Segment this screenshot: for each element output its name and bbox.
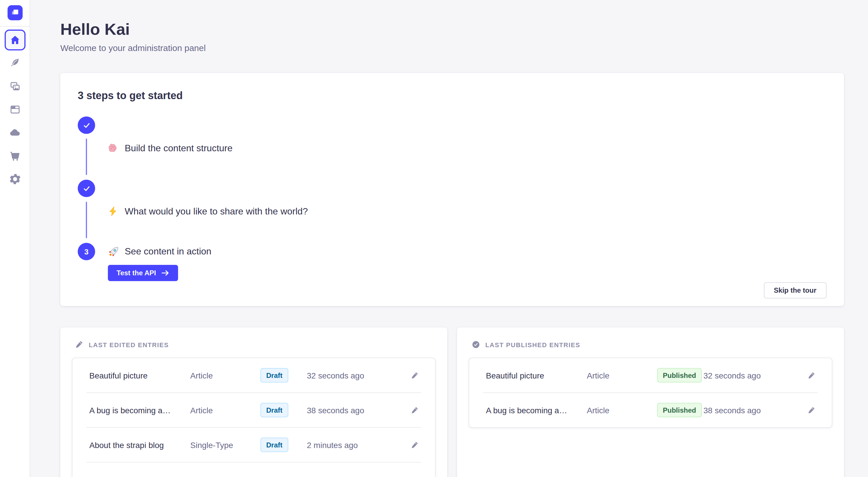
status-badge: Draft (260, 403, 288, 417)
table-row: A bug is becoming a… Article Published 3… (469, 393, 832, 427)
entry-type: Article (190, 371, 260, 380)
entry-title: A bug is becoming a… (86, 405, 190, 415)
step-3-rail: 3 (78, 243, 95, 281)
entry-type: Article (587, 371, 657, 380)
last-edited-header: LAST EDITED ENTRIES (75, 340, 436, 349)
sidebar-item-home[interactable] (4, 30, 25, 50)
step-1-label-row: Build the content structure (108, 116, 232, 180)
guided-tour-title: 3 steps to get started (78, 89, 826, 102)
entry-time: 32 seconds ago (307, 371, 406, 380)
step-3-number: 3 (84, 247, 89, 256)
brain-emoji-icon (108, 143, 119, 154)
entry-time: 38 seconds ago (307, 405, 406, 415)
last-edited-title: LAST EDITED ENTRIES (89, 341, 169, 348)
entry-time: 38 seconds ago (704, 405, 803, 415)
sidebar-item-settings[interactable] (4, 169, 25, 190)
guided-tour-card: 3 steps to get started (60, 73, 844, 306)
entry-type: Article (190, 405, 260, 415)
edit-entry-button[interactable] (805, 369, 817, 382)
check-icon (83, 184, 90, 192)
step-3-number-circle: 3 (78, 243, 95, 260)
pencil-icon (807, 371, 815, 379)
test-the-api-button[interactable]: Test the API (108, 265, 178, 281)
pencil-icon (75, 340, 84, 349)
edit-entry-button[interactable] (408, 439, 421, 451)
table-row: Beautiful picture Article Published 32 s… (469, 358, 832, 393)
entry-type: Single-Type (190, 440, 260, 449)
test-the-api-label: Test the API (117, 269, 156, 277)
step-2-done-circle (78, 180, 95, 197)
skip-tour-row: Skip the tour (78, 282, 826, 299)
pencil-icon (807, 406, 815, 414)
cloud-icon (9, 127, 21, 138)
tour-step-1: Build the content structure (78, 116, 826, 180)
last-published-header: LAST PUBLISHED ENTRIES (471, 340, 832, 349)
table-row: A bug is becoming a… Article Draft 38 se… (72, 393, 435, 427)
gear-icon (9, 173, 21, 185)
sidebar-item-cloud[interactable] (4, 122, 25, 143)
shopping-cart-icon (9, 150, 21, 162)
check-icon (83, 122, 90, 129)
entry-title: Beautiful picture (86, 371, 190, 380)
edit-entry-button[interactable] (408, 404, 421, 416)
sidebar-item-marketplace[interactable] (4, 145, 25, 166)
skip-tour-button[interactable]: Skip the tour (764, 282, 826, 299)
feather-icon (9, 57, 21, 69)
step-1-rail (78, 116, 95, 180)
main-navigation-sidebar (0, 0, 30, 477)
last-published-title: LAST PUBLISHED ENTRIES (486, 341, 580, 348)
last-edited-widget: LAST EDITED ENTRIES Beautiful picture Ar… (60, 328, 447, 477)
sidebar-divider (0, 26, 30, 27)
tour-step-3: 3 See c (78, 243, 826, 281)
entry-type: Article (587, 405, 657, 415)
entry-title: About the strapi blog (86, 440, 190, 449)
entry-time: 2 minutes ago (307, 440, 406, 449)
pencil-icon (411, 441, 419, 449)
sidebar-item-content-manager[interactable] (4, 99, 25, 120)
edit-entry-button[interactable] (408, 369, 421, 382)
status-badge: Published (657, 403, 702, 417)
step-1-done-circle (78, 116, 95, 134)
step-2-label-row: What would you like to share with the wo… (108, 180, 308, 243)
lightning-emoji-icon (108, 206, 119, 217)
home-icon (9, 34, 21, 46)
step-3-label: See content in action (125, 246, 211, 257)
last-published-widget: LAST PUBLISHED ENTRIES Beautiful picture… (457, 328, 844, 477)
last-edited-list: Beautiful picture Article Draft 32 secon… (72, 357, 436, 477)
pencil-icon (411, 371, 419, 379)
sidebar-item-content-type-builder[interactable] (4, 53, 25, 74)
step-connector (86, 202, 87, 238)
step-3-label-row: See content in action (108, 243, 211, 260)
widgets-grid: LAST EDITED ENTRIES Beautiful picture Ar… (60, 328, 844, 477)
entry-title: A bug is becoming a… (483, 405, 587, 415)
step-2-label: What would you like to share with the wo… (125, 206, 308, 216)
strapi-logo[interactable] (7, 5, 22, 20)
last-published-list: Beautiful picture Article Published 32 s… (469, 357, 832, 428)
step-2-rail (78, 180, 95, 243)
main-content: Hello Kai Welcome to your administration… (30, 0, 868, 477)
arrow-right-icon (161, 269, 169, 277)
page-header: Hello Kai Welcome to your administration… (60, 21, 844, 53)
strapi-logo-icon (7, 5, 22, 20)
sidebar-item-media-library[interactable] (4, 76, 25, 97)
tour-step-2: What would you like to share with the wo… (78, 180, 826, 243)
step-1-label: Build the content structure (125, 143, 232, 153)
entry-title: Beautiful picture (483, 371, 587, 380)
status-badge: Draft (260, 368, 288, 382)
rocket-emoji-icon (108, 246, 119, 257)
status-badge: Draft (260, 438, 288, 452)
edit-entry-button[interactable] (805, 404, 817, 416)
check-circle-icon (471, 340, 480, 349)
step-3-body: See content in action Test the API (108, 243, 211, 281)
row-divider (86, 462, 421, 463)
page-title: Hello Kai (60, 21, 844, 38)
status-badge: Published (657, 368, 702, 382)
media-library-icon (9, 80, 21, 92)
step-connector (86, 138, 87, 175)
page-subtitle: Welcome to your administration panel (60, 43, 844, 53)
pencil-icon (411, 406, 419, 414)
step-3-cta-row: Test the API (108, 265, 211, 281)
content-manager-icon (9, 104, 21, 115)
strapi-admin-homepage: Hello Kai Welcome to your administration… (0, 0, 868, 477)
entry-time: 32 seconds ago (704, 371, 803, 380)
